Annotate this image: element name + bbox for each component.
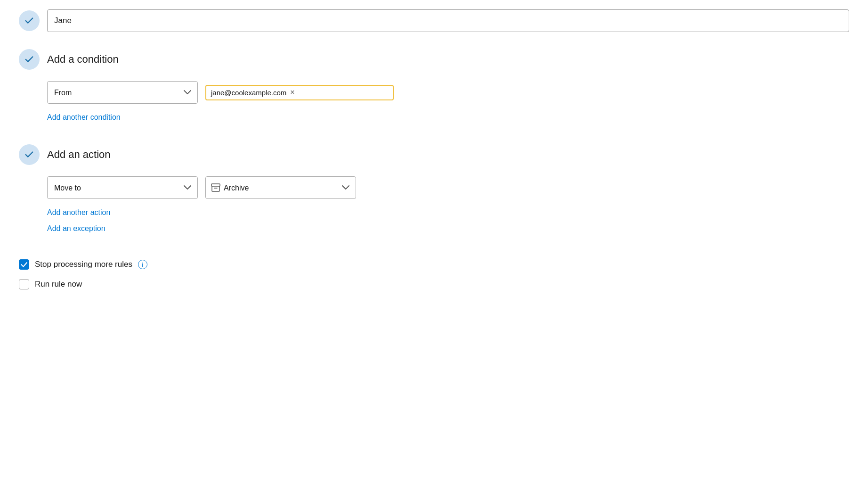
stop-processing-checkbox[interactable] — [19, 259, 29, 270]
condition-check-icon — [19, 49, 40, 70]
run-rule-now-row: Run rule now — [19, 279, 849, 289]
action-folder-wrapper: Archive Inbox Drafts Sent Items Deleted … — [205, 176, 356, 199]
email-tag-remove-button[interactable]: × — [290, 89, 294, 96]
run-rule-now-label: Run rule now — [35, 280, 82, 289]
add-condition-link[interactable]: Add another condition — [47, 113, 121, 122]
stop-processing-info-icon[interactable]: i — [138, 260, 147, 269]
stop-processing-row: Stop processing more rules i — [19, 259, 849, 270]
condition-section-header: Add a condition — [19, 49, 849, 70]
action-type-select[interactable]: Move to Copy to Delete Mark as read Flag… — [47, 176, 198, 199]
rule-name-input[interactable] — [47, 9, 849, 32]
info-icon-label: i — [142, 261, 144, 268]
stop-processing-label: Stop processing more rules — [35, 260, 132, 269]
condition-section-title: Add a condition — [47, 53, 119, 66]
add-exception-link[interactable]: Add an exception — [47, 224, 105, 233]
email-tag: jane@coolexample.com × — [211, 89, 295, 97]
action-section-title: Add an action — [47, 149, 111, 161]
rule-name-row — [19, 9, 849, 32]
rule-name-check-icon — [19, 10, 40, 31]
action-folder-select[interactable]: Archive Inbox Drafts Sent Items Deleted … — [205, 176, 356, 199]
condition-section: Add a condition From Subject To Body Sen… — [19, 49, 849, 129]
condition-type-wrapper: From Subject To Body Sent to me only — [47, 81, 198, 104]
condition-type-select[interactable]: From Subject To Body Sent to me only — [47, 81, 198, 104]
action-section: Add an action Move to Copy to Delete Mar… — [19, 144, 849, 240]
bottom-section: Stop processing more rules i Run rule no… — [19, 259, 849, 289]
action-type-wrapper: Move to Copy to Delete Mark as read Flag… — [47, 176, 198, 199]
action-check-icon — [19, 144, 40, 165]
email-tag-value: jane@coolexample.com — [211, 89, 286, 97]
run-rule-now-checkbox[interactable] — [19, 279, 29, 289]
condition-dropdowns-row: From Subject To Body Sent to me only jan… — [47, 81, 849, 104]
action-section-header: Add an action — [19, 144, 849, 165]
email-tag-input[interactable]: jane@coolexample.com × — [205, 85, 394, 100]
add-action-link[interactable]: Add another action — [47, 208, 110, 217]
action-dropdowns-row: Move to Copy to Delete Mark as read Flag… — [47, 176, 849, 199]
